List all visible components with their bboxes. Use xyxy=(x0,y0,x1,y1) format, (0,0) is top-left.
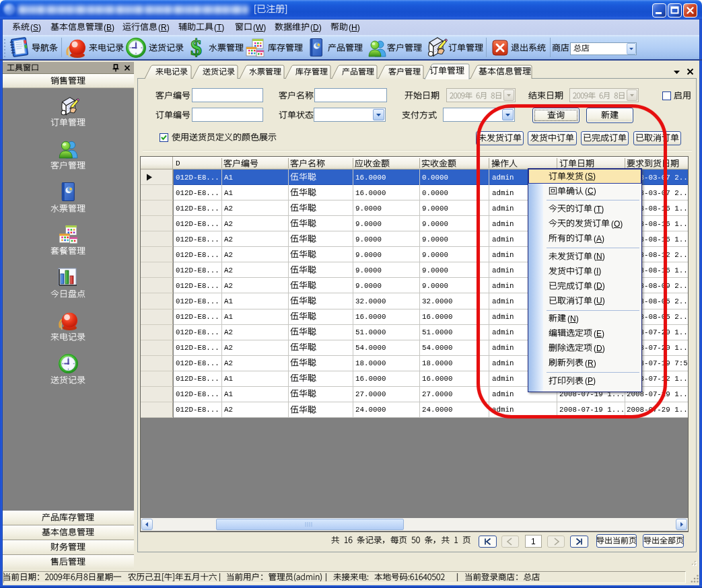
svg-text:$: $ xyxy=(190,37,202,59)
